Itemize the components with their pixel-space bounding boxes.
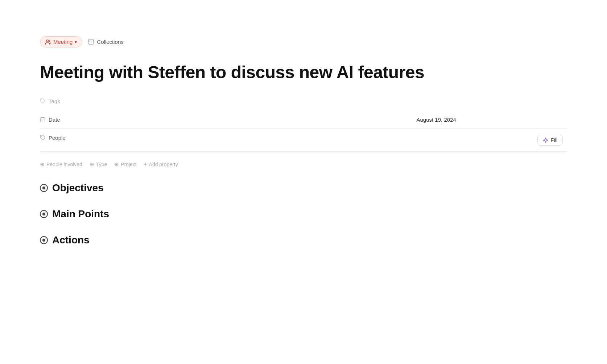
date-value[interactable]: August 19, 2024 bbox=[412, 111, 567, 129]
main-points-section: Main Points bbox=[40, 208, 567, 220]
tags-label: Tags bbox=[49, 98, 60, 104]
people-value[interactable]: Fill bbox=[412, 129, 567, 151]
meeting-label: Meeting bbox=[53, 39, 73, 45]
users-icon bbox=[45, 39, 51, 45]
main-points-heading: Main Points bbox=[52, 208, 109, 220]
objectives-heading: Objectives bbox=[52, 182, 104, 194]
project-label: Project bbox=[121, 162, 137, 167]
type-label: Type bbox=[96, 162, 107, 167]
plus-circle-icon-3: ⊕ bbox=[114, 161, 119, 168]
add-people-involved[interactable]: ⊕ People involved bbox=[40, 161, 82, 168]
svg-point-0 bbox=[46, 40, 48, 42]
people-property-row: People Fill bbox=[40, 129, 567, 151]
collections-button[interactable]: Collections bbox=[88, 39, 123, 45]
tag-icon-people bbox=[40, 135, 46, 141]
add-property-label: Add property bbox=[149, 162, 178, 167]
people-label-cell: People bbox=[40, 129, 156, 147]
add-type[interactable]: ⊕ Type bbox=[90, 161, 107, 168]
objectives-section: Objectives bbox=[40, 182, 567, 194]
fill-label: Fill bbox=[551, 137, 557, 143]
objectives-radio-icon bbox=[40, 184, 48, 192]
collections-label: Collections bbox=[97, 39, 123, 45]
plus-circle-icon-2: ⊕ bbox=[90, 161, 94, 168]
actions-heading: Actions bbox=[52, 234, 90, 246]
plus-circle-icon-1: ⊕ bbox=[40, 161, 45, 168]
box-icon bbox=[88, 39, 94, 45]
add-property[interactable]: + Add property bbox=[144, 161, 178, 167]
main-points-radio-icon bbox=[40, 210, 48, 218]
date-property-row: Date August 19, 2024 bbox=[40, 111, 567, 129]
plus-icon: + bbox=[144, 161, 147, 167]
meeting-badge-button[interactable]: Meeting ▾ bbox=[40, 36, 82, 47]
sparkle-icon bbox=[543, 137, 549, 143]
people-label: People bbox=[49, 135, 66, 141]
actions-radio-icon bbox=[40, 236, 48, 244]
date-label: Date bbox=[49, 117, 60, 123]
add-properties-bar: ⊕ People involved ⊕ Type ⊕ Project + Add… bbox=[40, 155, 567, 176]
chevron-down-icon: ▾ bbox=[75, 39, 77, 45]
add-project[interactable]: ⊕ Project bbox=[114, 161, 137, 168]
date-label-cell: Date bbox=[40, 111, 156, 129]
svg-rect-4 bbox=[41, 118, 45, 122]
tag-icon bbox=[40, 98, 46, 104]
svg-rect-1 bbox=[88, 40, 94, 41]
properties-table: Date August 19, 2024 People Fill bbox=[40, 111, 567, 152]
breadcrumb: Meeting ▾ Collections bbox=[40, 36, 567, 47]
calendar-icon bbox=[40, 117, 46, 122]
tags-row[interactable]: Tags bbox=[40, 95, 567, 108]
fill-button[interactable]: Fill bbox=[537, 135, 563, 146]
people-involved-label: People involved bbox=[46, 162, 82, 167]
page-title: Meeting with Steffen to discuss new AI f… bbox=[40, 62, 567, 83]
actions-section: Actions bbox=[40, 234, 567, 246]
svg-rect-8 bbox=[42, 120, 42, 121]
